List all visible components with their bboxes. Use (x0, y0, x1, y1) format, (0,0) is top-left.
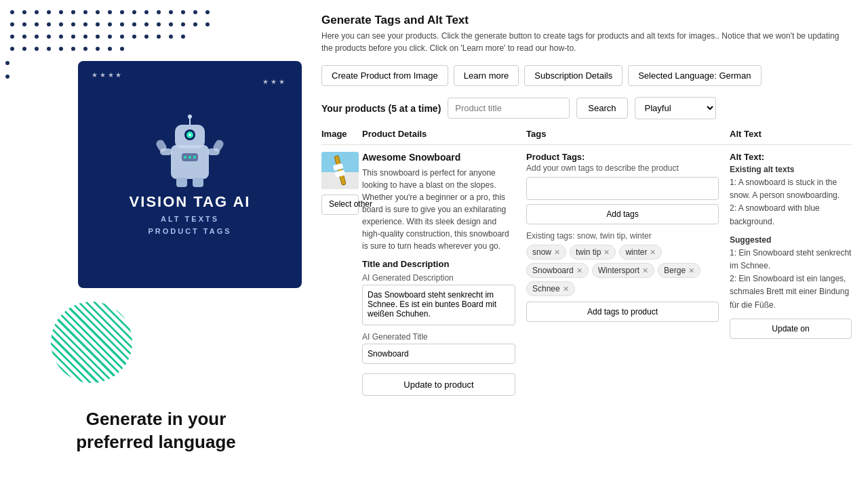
banner-subtitle: ALT TEXTS PRODUCT TAGS (148, 214, 231, 237)
svg-point-29 (157, 10, 161, 14)
existing-alt-text-1: 1: A snowboard is stuck in the snow. A p… (730, 176, 852, 202)
col-header-tags: Tags (526, 129, 730, 139)
svg-point-74 (108, 47, 112, 51)
ai-desc-field-label: AI Generated Description (362, 273, 515, 283)
svg-rect-16 (193, 178, 203, 187)
table-row: Select other Awesome Snowboard This snow… (321, 152, 852, 396)
update-on-button[interactable]: Update on (730, 319, 852, 339)
alt-text-column: Alt Text: Existing alt texts 1: A snowbo… (730, 152, 852, 396)
tags-section-desc: Add your own tags to describe the produc… (526, 163, 719, 173)
tag-snowboard-remove[interactable]: ✕ (576, 266, 583, 275)
image-column: Select other (321, 152, 362, 396)
tone-select[interactable]: Playful Professional Friendly Formal (635, 97, 716, 119)
existing-alt-texts: 1: A snowboard is stuck in the snow. A p… (730, 176, 852, 228)
ai-generated-title[interactable] (362, 344, 515, 364)
search-button[interactable]: Search (576, 98, 627, 119)
svg-point-55 (59, 35, 63, 39)
svg-point-13 (189, 156, 191, 159)
svg-point-6 (189, 134, 191, 136)
svg-point-59 (108, 35, 112, 39)
svg-point-71 (71, 47, 75, 51)
robot-icon (156, 111, 224, 189)
tag-wintersport-remove[interactable]: ✕ (642, 266, 648, 275)
select-other-button[interactable]: Select other (321, 195, 359, 215)
svg-point-33 (205, 10, 210, 14)
svg-point-39 (71, 22, 75, 26)
svg-point-53 (35, 35, 39, 39)
svg-point-65 (181, 35, 185, 39)
svg-point-38 (59, 22, 63, 26)
tag-winter-remove[interactable]: ✕ (650, 248, 656, 257)
svg-point-23 (83, 10, 87, 14)
create-product-button[interactable]: Create Product from Image (321, 65, 448, 86)
tags-list: snow ✕ twin tip ✕ winter ✕ Snowboard ✕ (526, 245, 719, 296)
ai-title-field-label: AI Generated Title (362, 332, 515, 342)
svg-point-18 (22, 10, 26, 14)
svg-point-14 (193, 156, 196, 159)
svg-point-27 (132, 10, 136, 14)
svg-point-12 (184, 156, 186, 159)
banner-card: ★ ★ ★ ★ ★ ★ ★ (78, 61, 302, 288)
tag-snow: snow ✕ (526, 245, 566, 260)
add-tags-button[interactable]: Add tags (526, 204, 719, 224)
table-header: Image Product Details Tags Alt Text (321, 129, 852, 145)
svg-point-37 (47, 22, 51, 26)
products-count-label: Your products (5 at a time) (321, 103, 441, 114)
svg-rect-15 (176, 178, 187, 187)
svg-point-68 (35, 47, 39, 51)
tag-winter: winter ✕ (619, 245, 662, 260)
col-header-image: Image (321, 129, 362, 139)
tag-snow-remove[interactable]: ✕ (554, 248, 560, 257)
svg-point-50 (205, 22, 210, 26)
svg-point-24 (96, 10, 100, 14)
left-panel: // inline dots rendered via CSS below ★ … (0, 0, 305, 488)
svg-point-61 (132, 35, 136, 39)
svg-point-67 (22, 47, 26, 51)
product-details-column: Awesome Snowboard This snowboard is perf… (362, 152, 526, 396)
language-select[interactable]: Selected Language: German Selected Langu… (628, 65, 762, 86)
add-tags-to-product-button[interactable]: Add tags to product (526, 302, 719, 322)
tag-schnee-remove[interactable]: ✕ (563, 285, 569, 293)
svg-point-30 (169, 10, 173, 14)
svg-point-44 (132, 22, 136, 26)
svg-point-40 (83, 22, 87, 26)
banner-title: VISION TAG AI (130, 193, 251, 211)
svg-point-47 (169, 22, 173, 26)
suggested-label: Suggested (730, 235, 852, 245)
products-filter-row: Your products (5 at a time) Search Playf… (321, 97, 852, 119)
search-input[interactable] (448, 98, 570, 119)
product-tags-label: Product Tags: (526, 152, 719, 162)
svg-point-22 (71, 10, 75, 14)
svg-point-64 (169, 35, 173, 39)
tag-twin-tip-remove[interactable]: ✕ (604, 248, 610, 257)
svg-point-3 (188, 115, 192, 119)
alt-text-section-label: Alt Text: (730, 152, 852, 162)
dots-grid-top: // rendered in SVG below (4, 4, 228, 58)
tag-twin-tip: twin tip ✕ (570, 245, 616, 260)
side-dots (0, 54, 15, 85)
col-header-alttext: Alt Text (730, 129, 852, 139)
page-description: Here you can see your products. Click th… (321, 30, 852, 54)
tag-schnee: Schnee ✕ (526, 281, 575, 296)
svg-rect-0 (171, 145, 209, 179)
right-panel: Generate Tags and Alt Text Here you can … (305, 0, 868, 488)
svg-point-43 (120, 22, 124, 26)
update-to-product-button[interactable]: Update to product (362, 373, 515, 396)
svg-point-26 (120, 10, 124, 14)
svg-point-20 (47, 10, 51, 14)
product-name: Awesome Snowboard (362, 152, 515, 163)
learn-more-button[interactable]: Learn more (454, 65, 519, 86)
svg-point-63 (157, 35, 161, 39)
svg-point-52 (22, 35, 26, 39)
product-image (321, 152, 359, 189)
svg-point-48 (181, 22, 185, 26)
svg-point-45 (144, 22, 149, 26)
svg-point-28 (144, 10, 149, 14)
subscription-button[interactable]: Subscription Details (524, 65, 623, 86)
svg-point-17 (10, 10, 14, 14)
existing-alt-text-2: 2: A snowboard with blue background. (730, 202, 852, 228)
suggested-alt-texts: 1: Ein Snowboard steht senkrecht im Schn… (730, 247, 852, 312)
ai-generated-description[interactable]: Das Snowboard steht senkrecht im Schnee.… (362, 285, 515, 325)
tag-berge-remove[interactable]: ✕ (688, 266, 694, 275)
tags-input[interactable] (526, 177, 719, 200)
